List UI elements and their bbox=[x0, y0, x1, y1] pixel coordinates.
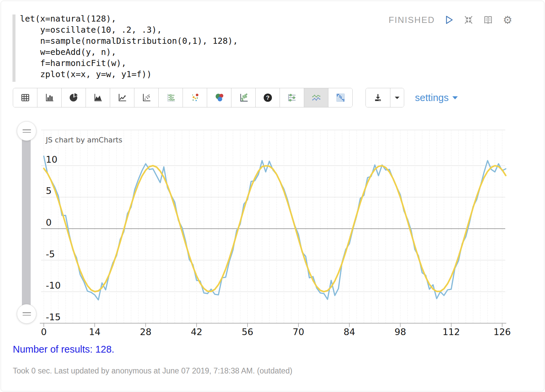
caret-down-icon bbox=[452, 95, 458, 100]
chart-watermark-title: JS chart by amCharts bbox=[45, 136, 122, 144]
export-button-group bbox=[365, 88, 404, 107]
svg-text:?: ? bbox=[266, 95, 269, 101]
svg-text:-15: -15 bbox=[46, 312, 61, 322]
result-count-text: Number of results: 128. bbox=[13, 344, 544, 355]
svg-text:5: 5 bbox=[46, 186, 52, 196]
svg-text:28: 28 bbox=[140, 327, 151, 337]
svg-text:126: 126 bbox=[493, 327, 511, 337]
paragraph-status-line: Took 0 sec. Last updated by anonymous at… bbox=[13, 366, 544, 375]
range-plot-button[interactable] bbox=[280, 88, 304, 107]
multi-line-icon bbox=[311, 92, 322, 103]
green-scatter-button[interactable] bbox=[231, 88, 255, 107]
chart-type-button-group: ? bbox=[13, 88, 353, 107]
caret-down-icon bbox=[393, 94, 401, 101]
svg-text:98: 98 bbox=[394, 327, 406, 337]
paragraph-status: FINISHED bbox=[389, 15, 435, 25]
venn-button[interactable] bbox=[207, 88, 231, 107]
matrix-button[interactable] bbox=[328, 88, 352, 107]
chart-zoom-handle-bottom[interactable] bbox=[17, 304, 36, 324]
svg-text:10: 10 bbox=[46, 154, 57, 165]
code-editor: let(x=natural(128), y=oscillate(10, .2, … bbox=[1, 1, 544, 80]
multi-line-button[interactable] bbox=[304, 88, 328, 107]
venn-icon bbox=[214, 92, 225, 103]
play-icon[interactable] bbox=[444, 14, 454, 25]
colorful-scatter-icon bbox=[189, 92, 201, 103]
scatter-chart-icon bbox=[141, 92, 152, 103]
svg-text:84: 84 bbox=[344, 327, 355, 337]
table-button[interactable] bbox=[13, 88, 37, 107]
svg-text:70: 70 bbox=[293, 327, 304, 337]
svg-text:14: 14 bbox=[89, 327, 100, 337]
help-button[interactable]: ? bbox=[255, 88, 280, 107]
collapse-icon[interactable] bbox=[463, 14, 474, 25]
area-chart-button[interactable] bbox=[86, 88, 110, 107]
bar-chart-button[interactable] bbox=[37, 88, 61, 107]
green-scatter-icon bbox=[238, 92, 249, 103]
book-icon[interactable] bbox=[483, 14, 493, 25]
line-chart[interactable]: 1050-5-10-15014284256708498112126JS char… bbox=[1, 118, 545, 340]
line-chart-icon bbox=[117, 92, 128, 103]
svg-text:-10: -10 bbox=[46, 280, 61, 291]
paragraph-container: let(x=natural(128), y=oscillate(10, .2, … bbox=[1, 1, 544, 391]
settings-label: settings bbox=[415, 92, 449, 103]
svg-text:-5: -5 bbox=[46, 249, 55, 259]
scatter-chart-button[interactable] bbox=[134, 88, 158, 107]
download-options-button[interactable] bbox=[390, 88, 404, 107]
gear-icon[interactable]: ⚙ bbox=[502, 14, 513, 25]
bubble-grid-icon bbox=[165, 92, 177, 103]
point-cloud-button[interactable] bbox=[183, 88, 207, 107]
line-chart-button[interactable] bbox=[110, 88, 134, 107]
paragraph-controls: FINISHED ⚙ bbox=[389, 14, 513, 25]
svg-text:0: 0 bbox=[41, 327, 46, 337]
bar-chart-icon bbox=[44, 92, 55, 103]
range-plot-icon bbox=[286, 92, 298, 103]
svg-text:112: 112 bbox=[443, 327, 460, 337]
code-gutter-bar bbox=[12, 14, 15, 82]
bubble-grid-button[interactable] bbox=[158, 88, 183, 107]
chart-zoom-handle-top[interactable] bbox=[17, 121, 36, 141]
settings-dropdown[interactable]: settings bbox=[415, 92, 458, 103]
help-icon: ? bbox=[262, 92, 274, 103]
download-button[interactable] bbox=[366, 88, 390, 107]
area-chart-icon bbox=[92, 92, 104, 103]
svg-text:56: 56 bbox=[242, 327, 253, 337]
svg-text:0: 0 bbox=[46, 217, 52, 228]
svg-text:42: 42 bbox=[191, 327, 202, 337]
chart-zoom-track[interactable] bbox=[22, 131, 31, 314]
pie-chart-icon bbox=[68, 92, 79, 103]
pie-chart-button[interactable] bbox=[61, 88, 86, 107]
table-icon bbox=[20, 92, 31, 103]
download-icon bbox=[372, 92, 384, 103]
chart-area: 1050-5-10-15014284256708498112126JS char… bbox=[1, 118, 544, 340]
chart-toolbar: ? settings bbox=[13, 88, 544, 107]
matrix-icon bbox=[335, 92, 346, 103]
